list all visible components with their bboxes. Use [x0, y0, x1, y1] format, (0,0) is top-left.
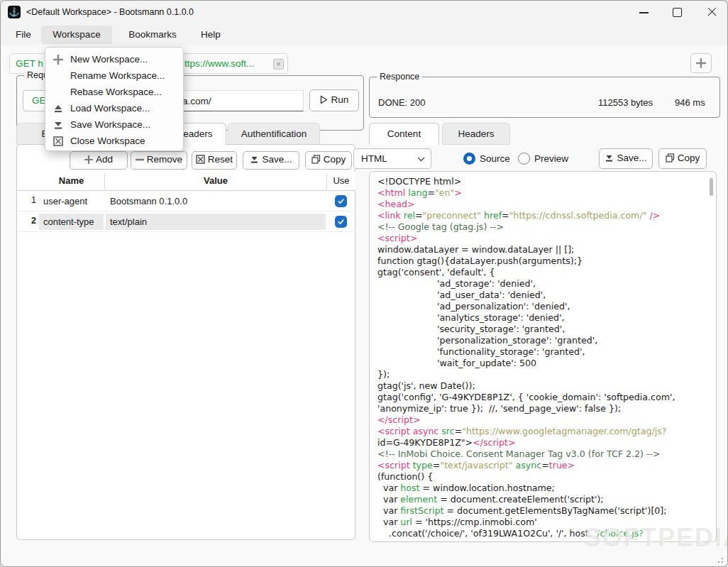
code-line: </script>: [377, 414, 711, 426]
reset-label: Reset: [208, 154, 233, 165]
save-icon: [250, 155, 259, 164]
new-tab-button[interactable]: [690, 53, 712, 73]
use-checkbox[interactable]: [335, 216, 347, 228]
menu-help[interactable]: Help: [192, 26, 229, 44]
save-icon: [605, 153, 614, 163]
response-time: 946 ms: [675, 97, 705, 108]
code-line: 'ad_personalization': 'denied',: [377, 301, 711, 312]
name-cell[interactable]: user-agent: [39, 193, 104, 209]
save-label: Save...: [262, 154, 292, 165]
code-line: gtag('js', new Date());: [377, 380, 711, 392]
value-cell[interactable]: text/plain: [106, 214, 326, 230]
play-icon: [320, 95, 328, 104]
code-line: var element = document.createElement('sc…: [377, 494, 711, 505]
menu-bookmarks[interactable]: Bookmarks: [120, 26, 185, 44]
tab-content[interactable]: Content: [369, 123, 439, 145]
row-number: 2: [18, 216, 36, 226]
minus-icon: [136, 155, 144, 164]
table-row[interactable]: 2 content-type text/plain: [18, 211, 355, 232]
close-button[interactable]: [695, 1, 728, 23]
response-copy-label: Copy: [678, 153, 700, 163]
run-button[interactable]: Run: [309, 89, 359, 111]
code-line: <script async src="https://www.googletag…: [377, 426, 711, 437]
code-line: window.dataLayer = window.dataLayer || […: [377, 244, 711, 255]
menu-item-load-workspace[interactable]: Load Workspace...: [45, 100, 183, 116]
code-line: .concat('/choice/', 'of319LWA1O2Cu', '/'…: [377, 528, 711, 539]
vertical-scrollbar[interactable]: [710, 178, 713, 196]
minimize-button[interactable]: [628, 1, 661, 23]
source-radio[interactable]: [463, 153, 475, 165]
title-bar: ⚓ <Default Workspace> - Bootsmann 0.1.0.…: [1, 1, 727, 23]
code-line: });: [377, 369, 711, 380]
code-line: (function() {: [377, 471, 711, 483]
format-select[interactable]: HTML: [353, 148, 431, 169]
code-line: gtag('config', 'G-49KYDE8P1Z', { 'cookie…: [377, 392, 711, 403]
header-separator: [104, 174, 105, 189]
window-title: <Default Workspace> - Bootsmann 0.1.0.0: [26, 7, 194, 17]
preview-radio[interactable]: [518, 153, 530, 165]
menu-item-close-workspace[interactable]: Close Workspace: [45, 133, 183, 149]
close-box-icon: [196, 155, 205, 164]
maximize-button[interactable]: [661, 1, 693, 23]
format-value: HTML: [361, 153, 387, 164]
add-label: Add: [96, 154, 113, 165]
col-use: Use: [327, 175, 355, 186]
tab-authentification[interactable]: Authentification: [228, 123, 320, 145]
chevron-down-icon: [417, 157, 425, 162]
menu-bar: File Workspace Bookmarks Help: [1, 23, 727, 45]
menu-item-save-workspace[interactable]: Save Workspace...: [45, 116, 183, 133]
use-checkbox[interactable]: [335, 195, 347, 207]
code-line: <link rel="preconnect" href="https://cdn…: [377, 210, 711, 221]
code-line: var firstScript = document.getElementsBy…: [377, 505, 711, 517]
code-line: <script type="text/javascript" async=tru…: [377, 460, 711, 471]
plus-icon: [696, 58, 706, 68]
header-separator: [326, 174, 327, 189]
value-cell[interactable]: Bootsmann 0.1.0.0: [106, 193, 326, 209]
copy-icon: [666, 153, 675, 163]
code-line: <html lang="en">: [377, 187, 711, 199]
menu-workspace[interactable]: Workspace: [41, 26, 112, 44]
response-save-button[interactable]: Save...: [599, 148, 653, 169]
response-status: DONE: 200: [378, 97, 425, 108]
col-value: Value: [106, 175, 326, 186]
app-window: ⚓ <Default Workspace> - Bootsmann 0.1.0.…: [0, 0, 728, 567]
close-box-icon: [53, 136, 64, 147]
copy-icon: [311, 155, 321, 164]
resize-grip[interactable]: [715, 554, 723, 563]
save-icon: [53, 119, 64, 131]
anchor-icon: ⚓: [8, 6, 21, 18]
code-line: 'functionality_storage': 'granted',: [377, 346, 711, 358]
reset-button[interactable]: Reset: [192, 151, 237, 170]
code-line: <head>: [377, 199, 711, 210]
copy-button[interactable]: Copy: [305, 151, 352, 170]
copy-label: Copy: [324, 154, 346, 165]
response-groupbox: Responce DONE: 200 112553 bytes 946 ms: [369, 77, 720, 118]
headers-panel: Add Remove Reset Save... Copy Name Value…: [16, 144, 355, 540]
check-icon: [337, 197, 345, 205]
menu-item-new-workspace[interactable]: New Workspace...: [45, 51, 183, 67]
menu-file[interactable]: File: [6, 26, 40, 44]
code-line: 'wait_for_update': 500: [377, 358, 711, 369]
table-row[interactable]: 1 user-agent Bootsmann 0.1.0.0: [18, 191, 355, 211]
menu-item-rename-workspace[interactable]: Rename Workspace...: [45, 67, 183, 84]
workspace-menu: New Workspace... Rename Workspace... Reb…: [45, 47, 184, 151]
menu-item-rebase-workspace[interactable]: Rebase Workspace...: [45, 84, 183, 100]
remove-label: Remove: [147, 154, 182, 165]
table-header: Name Value Use: [18, 172, 355, 191]
add-button[interactable]: Add: [70, 151, 128, 170]
response-save-label: Save...: [617, 153, 646, 163]
name-cell[interactable]: content-type: [39, 214, 104, 230]
remove-button[interactable]: Remove: [131, 151, 187, 170]
tab-response-headers[interactable]: Headers: [442, 123, 510, 145]
preview-radio-label[interactable]: Preview: [534, 153, 568, 164]
tab-close-icon[interactable]: ×: [273, 59, 284, 70]
response-group-label: Responce: [377, 72, 422, 82]
code-line: <!-- Google tag (gtag.js) -->: [377, 221, 711, 233]
code-line: <!DOCTYPE html>: [377, 176, 711, 187]
response-copy-button[interactable]: Copy: [658, 148, 707, 169]
response-body-viewer[interactable]: <!DOCTYPE html><html lang="en"><head><li…: [369, 171, 717, 542]
code-line: gtag('consent', 'default', {: [377, 267, 711, 278]
source-radio-label[interactable]: Source: [480, 153, 510, 164]
code-line: <!-- InMobi Choice. Consent Manager Tag …: [377, 448, 711, 460]
save-button[interactable]: Save...: [243, 151, 299, 170]
